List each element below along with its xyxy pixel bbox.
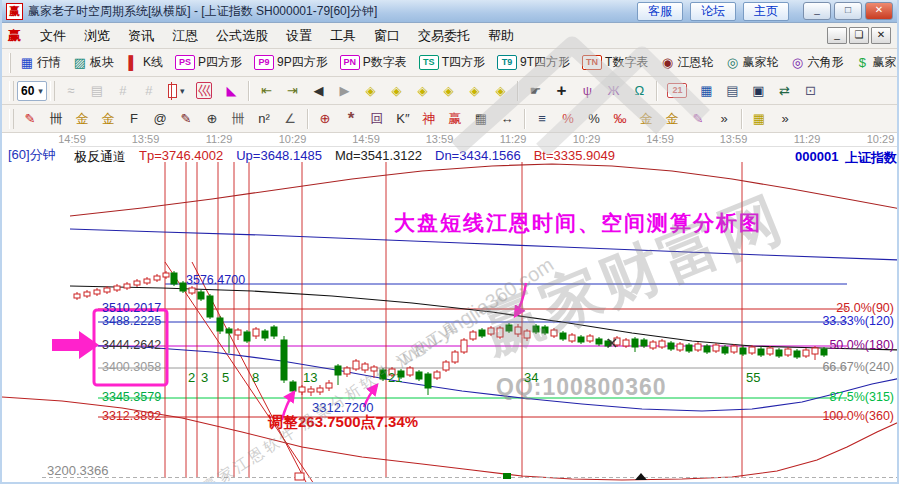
- stats-ladder-icon[interactable]: ≡: [529, 109, 555, 128]
- minimize-button[interactable]: _: [803, 2, 831, 20]
- calculator-button[interactable]: ▦: [693, 81, 719, 100]
- menu-item-文件[interactable]: 文件: [31, 25, 75, 47]
- gold-price-icon[interactable]: 金: [95, 109, 121, 128]
- mirror-angle-icon-glyph: ∠: [283, 111, 297, 126]
- gann-compass-icon[interactable]: ⊕: [312, 109, 338, 128]
- next-bar-button[interactable]: ▶: [331, 81, 357, 100]
- maximize-button[interactable]: □: [834, 2, 862, 20]
- ying-tool-icon[interactable]: 赢: [442, 109, 468, 128]
- pct-line-icon[interactable]: ‰: [607, 109, 633, 128]
- more-grid-tools-button[interactable]: »: [772, 109, 798, 128]
- sectors-button[interactable]: ▨板块: [67, 52, 120, 73]
- mdi-close-button[interactable]: ✕: [871, 27, 891, 44]
- price-level-label: 3510.2017: [102, 301, 161, 315]
- pct-icon[interactable]: %: [581, 109, 607, 128]
- prev-bar-button[interactable]: ◀: [305, 81, 331, 100]
- menu-item-资讯[interactable]: 资讯: [119, 25, 163, 47]
- hexagon-button[interactable]: ◎六角形: [784, 52, 849, 73]
- titlebar-service-button[interactable]: 客服: [637, 2, 683, 21]
- titlebar-forum-button[interactable]: 论坛: [690, 2, 736, 21]
- time-ruler-icon[interactable]: 卌: [43, 109, 69, 128]
- gold-eq-icon[interactable]: 金: [659, 109, 685, 128]
- nine-p-square-button[interactable]: P99P四方形: [248, 52, 334, 73]
- print-button[interactable]: ⊡: [797, 81, 823, 100]
- last-bar-button[interactable]: ⇥: [279, 81, 305, 100]
- crosshair-tool-button[interactable]: +: [548, 81, 574, 100]
- winner-wheel-button[interactable]: ◎赢家轮: [719, 52, 784, 73]
- shen-tool-icon[interactable]: 神: [416, 109, 442, 128]
- mdi-minimize-button[interactable]: _: [827, 27, 847, 44]
- cycle-circle-icon[interactable]: ⊕: [199, 109, 225, 128]
- ying-tool-icon-glyph: 赢: [448, 111, 462, 126]
- calendar-button[interactable]: 21: [661, 81, 693, 100]
- gann-expand-all-button[interactable]: ◈: [487, 81, 513, 100]
- period-dropdown[interactable]: 60▾: [17, 81, 47, 101]
- p-number-table-button[interactable]: PNP数字表: [334, 52, 413, 73]
- analysis-tool-button[interactable]: Ω: [626, 81, 652, 100]
- span-arrow-icon[interactable]: ↔: [494, 109, 520, 128]
- measure-ruler-icon[interactable]: ▦: [468, 109, 494, 128]
- titlebar-home-button[interactable]: 主页: [743, 2, 789, 21]
- menu-item-设置[interactable]: 设置: [277, 25, 321, 47]
- bar-count-icon[interactable]: 卌: [225, 109, 251, 128]
- pin-tool-button[interactable]: ψ: [574, 81, 600, 100]
- gann-wheel-small-icon[interactable]: *: [338, 109, 364, 128]
- peak-price-label: 3576.4700: [186, 273, 245, 287]
- n-square-icon[interactable]: n²: [251, 109, 277, 128]
- titlebar[interactable]: 赢 赢家老子时空周期系统[纵横版] - [上证指数 SH000001-79[60…: [2, 0, 897, 23]
- gann-move-right-button[interactable]: ◈: [383, 81, 409, 100]
- pattern-icon[interactable]: 巛: [190, 80, 218, 101]
- toolbar-separator: [248, 81, 249, 101]
- menu-item-交易委托[interactable]: 交易委托: [409, 25, 479, 47]
- spiral-icon-glyph: @: [153, 111, 167, 126]
- spiral-icon[interactable]: @: [147, 109, 173, 128]
- bars-9-icon[interactable]: #: [136, 81, 162, 100]
- quotes-button[interactable]: ▦行情: [14, 52, 67, 73]
- gold-line-icon[interactable]: 金: [633, 109, 659, 128]
- winner-service-button[interactable]: $赢家服务: [849, 52, 899, 73]
- grid-tool-icon[interactable]: ▦: [746, 109, 772, 128]
- bars-3-icon[interactable]: #: [110, 81, 136, 100]
- fib-count-label: 5: [222, 370, 229, 385]
- close-button[interactable]: ✕: [865, 2, 893, 20]
- gann-expand-h-button[interactable]: ◈: [409, 81, 435, 100]
- p-square-button[interactable]: PSP四方形: [169, 52, 248, 73]
- candle-style-dropdown[interactable]: ▾: [162, 82, 191, 100]
- gold-time-icon[interactable]: 金: [69, 109, 95, 128]
- gann-compress-all-button[interactable]: ◈: [461, 81, 487, 100]
- square-of-nine-icon[interactable]: 回: [364, 109, 390, 128]
- gann-wheel-button[interactable]: ◉江恩轮: [654, 52, 719, 73]
- transfer-button[interactable]: ⇄: [771, 81, 797, 100]
- cloud-icon[interactable]: ≈: [58, 81, 84, 100]
- save-button[interactable]: ▣: [745, 81, 771, 100]
- k-mark-icon[interactable]: K″: [390, 109, 416, 128]
- menu-item-江恩[interactable]: 江恩: [163, 25, 207, 47]
- menu-item-公式选股[interactable]: 公式选股: [207, 25, 277, 47]
- fib-ruler-icon[interactable]: F: [121, 109, 147, 128]
- pct-drop-icon[interactable]: %: [555, 109, 581, 128]
- pen-tool-icon[interactable]: ✎: [17, 109, 43, 128]
- brush-icon[interactable]: ✎: [685, 109, 711, 128]
- gann-compress-h-button[interactable]: ◈: [435, 81, 461, 100]
- hand-tool-button[interactable]: ☛: [522, 81, 548, 100]
- kline-button[interactable]: ▌K线: [120, 52, 169, 73]
- menu-item-帮助[interactable]: 帮助: [479, 25, 523, 47]
- quotes-button-label: 行情: [37, 54, 61, 71]
- angle-pen-icon[interactable]: ✎: [173, 109, 199, 128]
- first-bar-button[interactable]: ⇤: [253, 81, 279, 100]
- more-draw-tools-button[interactable]: »: [711, 109, 737, 128]
- mdi-restore-button[interactable]: ❏: [849, 27, 869, 44]
- t-square-button[interactable]: TST四方形: [413, 52, 491, 73]
- gann-tool-button[interactable]: Ж: [600, 81, 626, 100]
- t-number-table-button[interactable]: TNT数字表: [576, 52, 654, 73]
- histogram-icon[interactable]: ◣: [218, 81, 244, 100]
- list-button[interactable]: ▤: [719, 81, 745, 100]
- note-icon[interactable]: ▤: [84, 81, 110, 100]
- gann-move-left-button[interactable]: ◈: [357, 81, 383, 100]
- menu-item-浏览[interactable]: 浏览: [75, 25, 119, 47]
- price-level-label: 3400.3058: [102, 360, 161, 374]
- nine-t-square-button[interactable]: T99T四方形: [491, 52, 576, 73]
- mirror-angle-icon[interactable]: ∠: [277, 109, 303, 128]
- menu-item-工具[interactable]: 工具: [321, 25, 365, 47]
- menu-item-窗口[interactable]: 窗口: [365, 25, 409, 47]
